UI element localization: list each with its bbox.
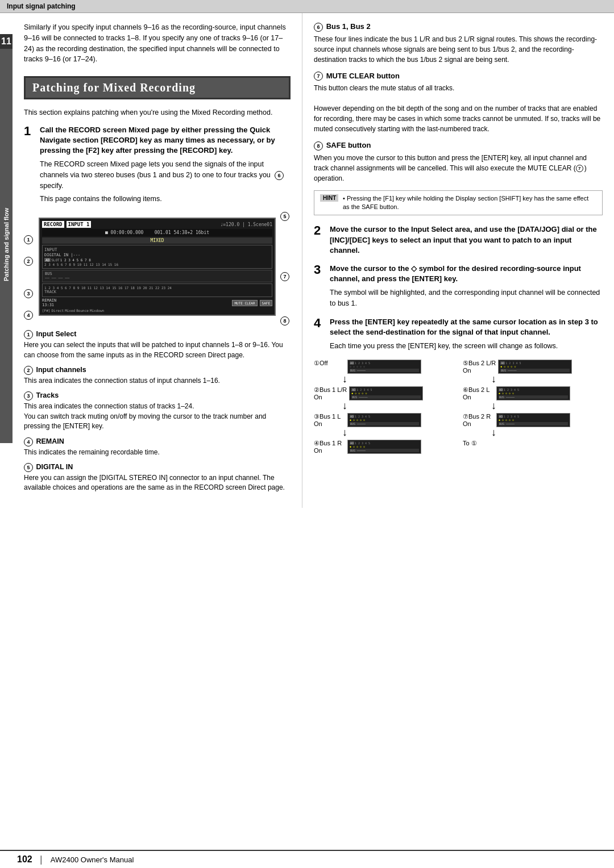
item-1: 1 Input Select Here you can select the i…: [24, 330, 291, 360]
bottom-row: REMAIN 13:31 MUTE CLEAR SAFE: [42, 298, 272, 307]
bounce-btn: Bounce: [76, 308, 89, 312]
item-8-circle: 8: [314, 141, 323, 151]
state-bus2lr-screen: AD 1 2 3 4 5 ◆ ◇ ◇ ◇ ◇ BUS ─────: [498, 360, 572, 374]
input-section: INPUT DIGITAL IN |--- AD SLOT 1 2 3 4 5 …: [42, 245, 272, 269]
arrow-bus2l: ↓: [491, 400, 603, 411]
state-off: ①Off AD 1 2 3 4 5 ◇ ◇ ◇ ◇ ◇ BUS ───── ↓: [314, 360, 454, 384]
annot-8: 8: [280, 316, 291, 326]
annot-7: 7: [280, 272, 291, 281]
state-bus2r-row: ⑦Bus 2 R On AD 1 2 3 4 5 ◆ ◇ ◇ ◇ ◇ BUS ─…: [463, 413, 603, 427]
state-to1-label: To ①: [463, 440, 494, 447]
direct-btn: Direct: [51, 308, 64, 312]
state-bus2lr-row: ⑤Bus 2 L/R On AD 1 2 3 4 5 ◆ ◇ ◇ ◇ ◇ BUS…: [463, 360, 603, 374]
state-bus1l-label: ③Bus 1 L On: [314, 413, 345, 427]
item-4: 4 REMAIN This indicates the remaining re…: [24, 437, 291, 457]
remain-value: 13:31: [42, 303, 56, 307]
diamond-row7: ◆ ◇ ◇ ◇ ◇: [350, 445, 419, 448]
f1: [F#]: [42, 308, 50, 312]
item-1-circle: 1: [24, 330, 33, 339]
footer-separator: │: [39, 856, 44, 864]
mute-clear-btn[interactable]: MUTE CLEAR: [232, 300, 257, 306]
header-bar: Input signal patching: [0, 0, 614, 13]
input-numbers: 1 2 3 4 5 6 7 8: [60, 258, 91, 262]
bus-row3: BUS ─────: [351, 395, 421, 399]
annot-5: 5: [280, 212, 291, 221]
track-numbers: 1 2 3 4 5 6 7 8 9 10 11 12 13 14 15 16 1…: [44, 286, 270, 290]
right-item-8: 8 SAFE button When you move the cursor t…: [314, 141, 603, 183]
state-bus2r-label: ⑦Bus 2 R On: [463, 413, 494, 427]
state-bus1lr-screen: AD 1 2 3 4 5 ◆ ◇ ◇ ◇ ◇ BUS ─────: [349, 386, 423, 400]
hint-box: HINT • Pressing the [F1] key while holdi…: [314, 190, 603, 216]
step-4: 4 Press the [ENTER] key repeatedly at th…: [314, 317, 603, 352]
state-off-label: ①Off: [314, 360, 345, 367]
chapter-number: 11: [0, 34, 13, 49]
step-2: 2 Move the cursor to the Input Select ar…: [314, 224, 603, 256]
step-1-header: 1 Call the RECORD screen Mixed page by e…: [24, 125, 291, 156]
section-intro: This section explains patching when you'…: [24, 107, 291, 118]
footer: 102 │ AW2400 Owner's Manual: [0, 850, 614, 868]
item-7-circle: 7: [314, 72, 323, 81]
right-item-7: 7 MUTE CLEAR button This button clears t…: [314, 72, 603, 135]
state-bus1lr: ②Bus 1 L/R On AD 1 2 3 4 5 ◆ ◇ ◇ ◇ ◇ BUS…: [314, 386, 454, 411]
annot-6: 6: [275, 171, 291, 180]
item-5-circle: 5: [24, 463, 33, 472]
function-row: [F#] Direct Mixed Bounce Mixdown: [42, 308, 272, 312]
input-slot-label: SLOT: [51, 258, 59, 262]
bus-row6: BUS ─────: [499, 422, 568, 425]
ref-7-circle: 7: [576, 165, 583, 172]
input-ch-row: 2 3 4 5 6 7 8 9 10 11 12 13 14 15 16: [44, 262, 270, 266]
mixed-btn: Mixed: [65, 308, 75, 312]
bus-label: BUS: [45, 272, 269, 276]
arrow-off: ↓: [342, 374, 454, 384]
item-2-body: This area indicates the connection statu…: [24, 376, 291, 386]
screen-label-record: RECORD: [42, 221, 64, 228]
screen-diagram: RECORD INPUT 1 ♩=120.0 | 1.Scene01 ■ 00:…: [39, 218, 276, 316]
right-item-8-title: 8 SAFE button: [314, 141, 603, 151]
item-4-title: 4 REMAIN: [24, 437, 291, 446]
side-tab: Patching and signal flow: [0, 45, 13, 443]
item-5-title: 5 DIGITAL IN: [24, 463, 291, 472]
main-layout: Similarly if you specify input channels …: [13, 13, 614, 508]
item-3-body: This area indicates the connection statu…: [24, 402, 291, 431]
input-ad-row: AD SLOT 1 2 3 4 5 6 7 8: [44, 258, 270, 262]
mixdown-btn: Mixdown: [90, 308, 104, 312]
state-bus1l-row: ③Bus 1 L On AD 1 2 3 4 5 ◆ ◇ ◇ ◇ ◇ BUS ─…: [314, 413, 454, 427]
step-2-title: Move the cursor to the Input Select area…: [330, 224, 603, 256]
state-to1-row: To ①: [463, 440, 603, 447]
right-item-6-body: These four lines indicate the bus 1 L/R …: [314, 34, 603, 65]
step-1-body: The RECORD screen Mixed page lets you se…: [40, 159, 291, 204]
state-bus2r-screen: AD 1 2 3 4 5 ◆ ◇ ◇ ◇ ◇ BUS ─────: [496, 413, 570, 427]
state-bus1l: ③Bus 1 L On AD 1 2 3 4 5 ◆ ◇ ◇ ◇ ◇ BUS ─…: [314, 413, 454, 437]
bus-lines: ── ── ── ──: [45, 276, 269, 281]
step-1-number: 1: [24, 125, 35, 137]
diamond-row6: ◆ ◇ ◇ ◇ ◇: [499, 418, 568, 422]
input-row-label: INPUT: [44, 247, 270, 252]
step-2-header: 2 Move the cursor to the Input Select ar…: [314, 224, 603, 256]
item-3-title: 3 Tracks: [24, 391, 291, 400]
item-4-body: This indicates the remaining recordable …: [24, 448, 291, 457]
annot-2: 2: [24, 257, 34, 266]
safe-btn[interactable]: SAFE: [260, 300, 272, 306]
bus-section: BUS ── ── ── ──: [42, 270, 272, 282]
right-column: 6 Bus 1, Bus 2 These four lines indicate…: [302, 13, 614, 508]
bus-row7: BUS ─────: [350, 449, 419, 452]
button-row: MUTE CLEAR SAFE: [232, 300, 272, 306]
right-item-7-body: This button clears the mute status of al…: [314, 83, 603, 134]
step-4-body: Each time you press the [ENTER] key, the…: [330, 341, 603, 352]
step-4-number: 4: [314, 317, 325, 329]
item-3: 3 Tracks This area indicates the connect…: [24, 391, 291, 431]
diamond-row5: ◆ ◇ ◇ ◇ ◇: [350, 418, 419, 422]
item-4-circle: 4: [24, 437, 33, 446]
intro-paragraph: Similarly if you specify input channels …: [24, 22, 291, 65]
track-section: 1 2 3 4 5 6 7 8 9 10 11 12 13 14 15 16 1…: [42, 283, 272, 297]
arrow-bus1lr: ↓: [342, 400, 454, 411]
state-bus1r: ④Bus 1 R On AD 1 2 3 4 5 ◆ ◇ ◇ ◇ ◇ BUS ─…: [314, 440, 454, 454]
state-bus2l: ⑥Bus 2 L On AD 1 2 3 4 5 ◆ ◇ ◇ ◇ ◇ BUS ─…: [463, 386, 603, 411]
item-1-body: Here you can select the inputs that will…: [24, 340, 291, 360]
bus-row2: BUS ─────: [500, 369, 570, 372]
bus-row5: BUS ─────: [350, 422, 419, 425]
bus-row: BUS ─────: [350, 369, 419, 372]
hint-label: HINT: [320, 194, 338, 202]
screen-tempo: ♩=120.0 | 1.Scene01: [220, 222, 272, 227]
state-bus2r: ⑦Bus 2 R On AD 1 2 3 4 5 ◆ ◇ ◇ ◇ ◇ BUS ─…: [463, 413, 603, 437]
